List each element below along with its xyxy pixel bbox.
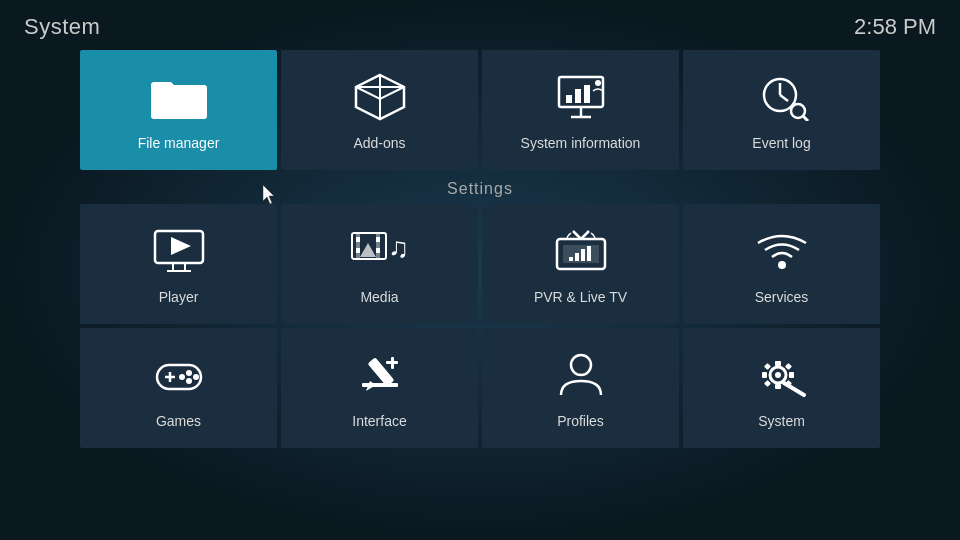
services-icon (750, 225, 814, 277)
svg-point-11 (791, 104, 805, 118)
svg-point-50 (775, 372, 781, 378)
svg-rect-19 (356, 233, 360, 259)
svg-rect-23 (356, 248, 360, 253)
svg-point-39 (186, 370, 192, 376)
tile-services[interactable]: Services (683, 204, 880, 324)
svg-rect-20 (376, 233, 380, 259)
svg-rect-56 (784, 363, 791, 370)
svg-marker-25 (360, 243, 376, 257)
svg-rect-52 (775, 384, 781, 389)
svg-marker-17 (171, 237, 191, 255)
svg-rect-57 (763, 380, 770, 387)
tile-services-label: Services (755, 289, 809, 305)
media-icon: ♫ (348, 225, 412, 277)
sysinfo-icon (549, 71, 613, 123)
top-row: File manager Add-ons (0, 50, 960, 170)
player-icon (147, 225, 211, 277)
svg-point-42 (186, 378, 192, 384)
tile-media[interactable]: ♫ Media (281, 204, 478, 324)
tile-add-ons-label: Add-ons (353, 135, 405, 151)
svg-rect-33 (581, 249, 585, 261)
tile-interface[interactable]: Interface (281, 328, 478, 448)
system-icon (750, 349, 814, 401)
svg-text:♫: ♫ (388, 232, 409, 263)
svg-line-12 (803, 116, 808, 121)
svg-rect-6 (584, 85, 590, 103)
svg-rect-54 (789, 372, 794, 378)
svg-point-7 (595, 80, 601, 86)
tile-games[interactable]: Games (80, 328, 277, 448)
settings-row-1: Player (80, 204, 880, 324)
settings-grid: Player (0, 204, 960, 448)
settings-section: Settings (0, 174, 960, 204)
interface-icon (348, 349, 412, 401)
tile-system-information[interactable]: System information (482, 50, 679, 170)
svg-rect-43 (362, 383, 398, 387)
tile-media-label: Media (360, 289, 398, 305)
folder-icon (147, 71, 211, 123)
svg-rect-4 (566, 95, 572, 103)
svg-rect-34 (587, 246, 591, 261)
svg-point-48 (571, 355, 591, 375)
svg-rect-24 (376, 248, 380, 253)
tile-player[interactable]: Player (80, 204, 277, 324)
clock: 2:58 PM (854, 14, 936, 40)
svg-point-40 (193, 374, 199, 380)
settings-title: Settings (447, 180, 513, 197)
games-icon (147, 349, 211, 401)
tile-pvr-live-tv[interactable]: PVR & Live TV (482, 204, 679, 324)
settings-row-2: Games Interface (80, 328, 880, 448)
header: System 2:58 PM (0, 0, 960, 50)
svg-rect-55 (763, 363, 770, 370)
svg-rect-5 (575, 89, 581, 103)
svg-rect-47 (391, 357, 394, 369)
tile-player-label: Player (159, 289, 199, 305)
svg-rect-0 (151, 85, 207, 119)
tile-system-information-label: System information (521, 135, 641, 151)
tile-pvr-live-tv-label: PVR & Live TV (534, 289, 627, 305)
tile-system[interactable]: System (683, 328, 880, 448)
tile-system-label: System (758, 413, 805, 429)
svg-rect-53 (762, 372, 767, 378)
svg-rect-22 (376, 237, 380, 242)
pvr-icon (549, 225, 613, 277)
tile-profiles-label: Profiles (557, 413, 604, 429)
tile-event-log[interactable]: Event log (683, 50, 880, 170)
svg-line-10 (780, 95, 788, 101)
tile-profiles[interactable]: Profiles (482, 328, 679, 448)
tile-file-manager-label: File manager (138, 135, 220, 151)
tile-event-log-label: Event log (752, 135, 810, 151)
svg-rect-51 (775, 361, 781, 366)
tile-add-ons[interactable]: Add-ons (281, 50, 478, 170)
svg-line-59 (784, 383, 804, 395)
svg-rect-21 (356, 237, 360, 242)
svg-point-41 (179, 374, 185, 380)
profiles-icon (549, 349, 613, 401)
app-title: System (24, 14, 100, 40)
svg-rect-32 (575, 253, 579, 261)
addons-icon (348, 71, 412, 123)
eventlog-icon (750, 71, 814, 123)
tile-games-label: Games (156, 413, 201, 429)
svg-rect-31 (569, 257, 573, 261)
svg-point-35 (778, 261, 786, 269)
tile-file-manager[interactable]: File manager (80, 50, 277, 170)
tile-interface-label: Interface (352, 413, 406, 429)
